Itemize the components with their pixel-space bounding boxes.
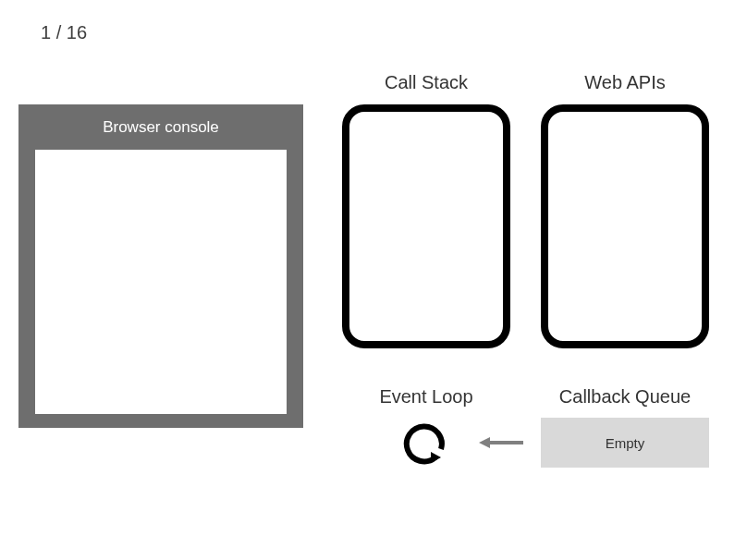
svg-marker-2 xyxy=(479,437,490,448)
callback-queue-title: Callback Queue xyxy=(541,386,709,408)
web-apis-box xyxy=(541,104,709,348)
svg-marker-0 xyxy=(431,452,441,463)
browser-console-output xyxy=(35,150,287,414)
loop-arrow-icon xyxy=(403,420,449,466)
call-stack-title: Call Stack xyxy=(342,72,510,93)
call-stack-box xyxy=(342,104,510,348)
diagram-canvas: 1 / 16 Browser console Call Stack Web AP… xyxy=(0,0,747,560)
browser-console-panel: Browser console xyxy=(18,104,303,428)
web-apis-title: Web APIs xyxy=(541,72,709,93)
browser-console-title: Browser console xyxy=(18,104,303,150)
callback-queue-box: Empty xyxy=(541,418,709,468)
arrow-left-icon xyxy=(477,434,525,451)
event-loop-title: Event Loop xyxy=(342,386,510,408)
callback-queue-content: Empty xyxy=(606,435,645,451)
step-counter: 1 / 16 xyxy=(41,22,87,43)
